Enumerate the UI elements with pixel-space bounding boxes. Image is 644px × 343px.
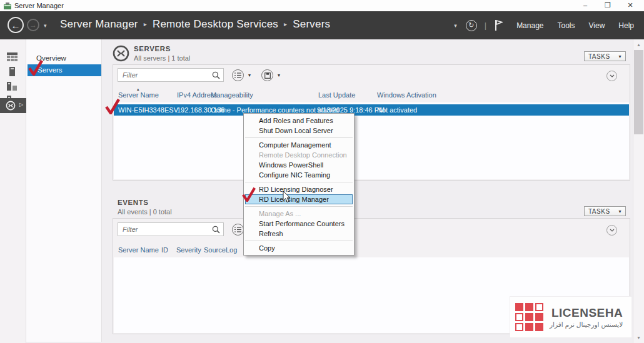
rds-section-selected[interactable]: ▷ <box>0 98 26 113</box>
menu-item-rd-licensing-diagnoser[interactable]: RD Licensing Diagnoser <box>244 184 354 194</box>
nav-divider: | <box>485 21 486 30</box>
events-panel-subtitle: All events | 0 total <box>118 208 172 216</box>
search-icon[interactable] <box>212 226 220 234</box>
menu-help[interactable]: Help <box>618 21 634 30</box>
dropdown-caret-icon: ▾ <box>278 72 280 78</box>
title-bar: Server Manager – ❒ ✕ <box>0 0 644 11</box>
tasks-caret-icon: ▾ <box>618 54 621 59</box>
servers-filter-input[interactable] <box>118 69 206 81</box>
col-manageability[interactable]: Manageability <box>211 91 253 99</box>
licenseha-logo-icon <box>515 303 543 331</box>
all-servers-icon[interactable] <box>7 82 17 91</box>
servers-collapse-button[interactable] <box>606 71 617 81</box>
menu-item-rd-licensing-manager[interactable]: RD Licensing Manager <box>245 194 353 204</box>
events-tasks-label: TASKS <box>588 208 610 215</box>
menu-separator <box>245 206 353 207</box>
servers-panel-title: SERVERS <box>134 45 171 52</box>
menu-separator <box>245 241 353 241</box>
server-context-menu: Add Roles and Features Shut Down Local S… <box>243 113 355 256</box>
events-collapse-button[interactable] <box>606 225 617 236</box>
col-id[interactable]: ID <box>161 246 168 254</box>
menu-item-manage-as: Manage As ... <box>244 209 354 219</box>
servers-filter-box <box>118 68 224 82</box>
menu-separator <box>245 137 353 138</box>
col-last-update[interactable]: Last Update <box>318 91 355 99</box>
expand-arrow-icon[interactable]: ▷ <box>19 102 23 107</box>
events-filter-box <box>118 222 224 236</box>
mouse-cursor-icon <box>283 191 291 203</box>
events-panel-title: EVENTS <box>118 199 149 206</box>
scroll-down-icon[interactable]: ▼ <box>633 336 644 340</box>
events-tasks-button[interactable]: TASKS▾ <box>584 206 626 216</box>
watermark-tagline: لایسنس اورجینال نرم افزار <box>550 321 623 328</box>
servers-panel-subtitle: All servers | 1 total <box>134 54 190 62</box>
menu-item-copy[interactable]: Copy <box>244 243 354 253</box>
local-server-icon[interactable] <box>9 67 15 76</box>
breadcrumb-separator-icon: ▸ <box>284 21 287 27</box>
annotation-check-sidebar-servers <box>28 59 44 76</box>
cell-server-name: WIN-E5IH3348ESV <box>118 106 178 114</box>
dropdown-caret-icon: ▾ <box>248 72 251 78</box>
menu-view[interactable]: View <box>589 21 605 30</box>
minimize-button[interactable]: – <box>574 0 596 11</box>
search-icon[interactable] <box>212 71 220 79</box>
licenseha-watermark: LICENSEHA لایسنس اورجینال نرم افزار <box>510 296 632 338</box>
breadcrumb-server-manager[interactable]: Server Manager <box>60 18 138 30</box>
refresh-icon[interactable]: ↻ <box>466 20 477 31</box>
menu-separator <box>245 182 353 182</box>
servers-tile-icon <box>113 45 129 62</box>
vertical-scrollbar[interactable]: ▲ ▼ <box>633 39 644 343</box>
back-button[interactable]: ← <box>8 17 24 33</box>
close-button[interactable]: ✕ <box>619 0 641 11</box>
menu-item-windows-powershell[interactable]: Windows PowerShell <box>244 160 354 170</box>
breadcrumb: Server Manager▸Remote Desktop Services▸S… <box>60 18 330 31</box>
servers-tasks-button[interactable]: TASKS▾ <box>584 51 626 61</box>
nav-dropdown-caret-icon[interactable]: ▾ <box>454 22 457 29</box>
menu-item-computer-management[interactable]: Computer Management <box>244 140 354 150</box>
menu-item-remote-desktop-connection: Remote Desktop Connection <box>244 150 354 160</box>
notifications-flag-icon[interactable] <box>494 19 503 31</box>
navigation-bar: ← → ▾ Server Manager▸Remote Desktop Serv… <box>0 11 644 39</box>
menu-manage[interactable]: Manage <box>516 21 543 30</box>
breadcrumb-remote-desktop-services[interactable]: Remote Desktop Services <box>153 18 278 30</box>
remote-desktop-services-icon <box>6 101 16 111</box>
forward-button[interactable]: → <box>27 19 39 31</box>
servers-panel: ▾ ▾ ▴ Server Name IPv4 Address Manageabi… <box>113 64 630 181</box>
menu-item-start-performance-counters[interactable]: Start Performance Counters <box>244 219 354 229</box>
server-row-selected[interactable]: WIN-E5IH3348ESV 192.168.30.136 Online - … <box>114 104 629 116</box>
col-windows-activation[interactable]: Windows Activation <box>377 91 436 99</box>
menu-item-shut-down-local-server[interactable]: Shut Down Local Server <box>244 126 354 136</box>
server-manager-app-icon <box>4 2 11 9</box>
rds-subnav: Overview Servers <box>26 39 102 342</box>
sidebar-icon-strip: ▷ ▷ <box>0 39 26 343</box>
menu-item-refresh[interactable]: Refresh <box>244 229 354 239</box>
annotation-check-server-row <box>104 98 121 114</box>
servers-view-dropdown[interactable]: ▾ <box>232 69 251 81</box>
dashboard-icon[interactable] <box>7 52 18 61</box>
col-server-name[interactable]: Server Name <box>118 91 159 99</box>
events-filter-input[interactable] <box>118 223 206 236</box>
menu-item-configure-nic-teaming[interactable]: Configure NIC Teaming <box>244 170 354 180</box>
col-server-name[interactable]: Server Name <box>118 246 159 254</box>
breadcrumb-separator-icon: ▸ <box>144 21 147 27</box>
list-view-icon <box>232 224 244 236</box>
menu-item-add-roles-and-features[interactable]: Add Roles and Features <box>244 116 354 126</box>
servers-save-dropdown[interactable]: ▾ <box>261 69 280 81</box>
cell-windows-activation: Not activated <box>377 106 417 114</box>
window-title: Server Manager <box>14 2 64 9</box>
watermark-brand: LICENSEHA <box>551 306 623 320</box>
maximize-button[interactable]: ❒ <box>596 0 619 11</box>
scroll-up-icon[interactable]: ▲ <box>633 42 644 47</box>
list-view-icon <box>232 69 244 81</box>
annotation-check-rd-licensing-manager <box>241 187 256 202</box>
menu-tools[interactable]: Tools <box>558 21 575 30</box>
scrollbar-thumb[interactable] <box>634 50 643 134</box>
save-icon <box>261 69 273 81</box>
breadcrumb-servers[interactable]: Servers <box>293 18 330 30</box>
tasks-caret-icon: ▾ <box>618 209 621 214</box>
col-log[interactable]: Log <box>226 246 237 254</box>
history-dropdown-caret-icon[interactable]: ▾ <box>44 22 47 29</box>
servers-tasks-label: TASKS <box>588 53 610 60</box>
col-severity[interactable]: Severity <box>176 246 201 254</box>
col-source[interactable]: Source <box>204 246 226 254</box>
